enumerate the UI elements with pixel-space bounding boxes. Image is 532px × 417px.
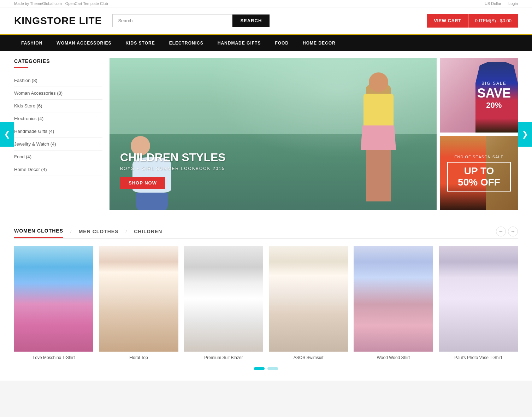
currency-selector[interactable]: US Dollar xyxy=(485,1,501,6)
tab-prev-button[interactable]: ← xyxy=(496,227,506,236)
hero-figure-girl xyxy=(348,72,408,210)
view-cart-button[interactable]: VIEW CART xyxy=(427,14,468,28)
product-image xyxy=(439,246,518,352)
sidebar: CATEGORIES Fashion (8) Woman Accessories… xyxy=(14,51,102,217)
topbar: Made by ThemeGlobal.com - OpenCart Templ… xyxy=(0,0,532,7)
sidebar-divider xyxy=(14,67,28,68)
nav-woman-accessories[interactable]: WOMAN ACCESSORIES xyxy=(49,35,118,51)
banner-bottom-offer: UP TO 50% OFF xyxy=(447,162,511,192)
dot-1[interactable] xyxy=(254,367,265,370)
nav-home-decor[interactable]: HOME DECOR xyxy=(296,35,343,51)
banner-big-sale[interactable]: BIG SALE SAVE 20% xyxy=(440,58,518,133)
product-card[interactable]: ASOS Swimsuit xyxy=(269,246,348,360)
list-item[interactable]: Jewellry & Watch (4) xyxy=(14,138,102,151)
list-item[interactable]: Woman Accessories (8) xyxy=(14,87,102,100)
product-grid: Love Moschino T-Shirt Floral Top Premium… xyxy=(14,246,518,360)
slider-right-arrow[interactable]: ❯ xyxy=(518,122,532,147)
product-card[interactable]: Paul's Photo Vase T-Shirt xyxy=(439,246,518,360)
list-item[interactable]: Handmade Gifts (4) xyxy=(14,125,102,138)
banner-top-text: BIG SALE SAVE 20% xyxy=(477,81,511,110)
category-list: Fashion (8) Woman Accessories (8) Kids S… xyxy=(14,74,102,176)
search-area: SEARCH xyxy=(112,14,416,27)
product-name: Floral Top xyxy=(99,355,178,360)
product-image xyxy=(14,246,93,352)
nav-electronics[interactable]: ELECTRONICS xyxy=(162,35,211,51)
product-card[interactable]: Wood Wood Shirt xyxy=(354,246,433,360)
product-name: ASOS Swimsuit xyxy=(269,355,348,360)
product-name: Love Moschino T-Shirt xyxy=(14,355,93,360)
banner-top-pct: 20% xyxy=(477,101,511,110)
banner-season-sale[interactable]: END OF SEASON SALE UP TO 50% OFF xyxy=(440,136,518,210)
nav-handmade-gifts[interactable]: HANDMADE GIFTS xyxy=(211,35,268,51)
product-card[interactable]: Love Moschino T-Shirt xyxy=(14,246,93,360)
product-image xyxy=(99,246,178,352)
hero-title: CHILDREN STYLES xyxy=(120,151,226,164)
products-section: WOMEN CLOTHES / MEN CLOTHES / CHILDREN ←… xyxy=(0,217,532,381)
list-item[interactable]: Fashion (8) xyxy=(14,74,102,87)
list-item[interactable]: Kids Store (6) xyxy=(14,100,102,112)
nav-fashion[interactable]: FASHION xyxy=(14,35,49,51)
list-item[interactable]: Home Decor (4) xyxy=(14,163,102,176)
hero-subtitle: BOYS + GIRL SUMMER LOOKBOOK 2015 xyxy=(120,166,226,171)
banner-bottom-text: END OF SEASON SALE UP TO 50% OFF xyxy=(447,155,511,192)
hero-banner: CHILDREN STYLES BOYS + GIRL SUMMER LOOKB… xyxy=(110,58,437,210)
banner-top-big: SAVE xyxy=(477,86,511,101)
product-image xyxy=(269,246,348,352)
topbar-left: Made by ThemeGlobal.com - OpenCart Templ… xyxy=(14,1,108,6)
main-nav: FASHION WOMAN ACCESSORIES KIDS STORE ELE… xyxy=(0,35,532,51)
dot-2[interactable] xyxy=(267,367,278,370)
tab-women-clothes[interactable]: WOMEN CLOTHES xyxy=(14,224,63,238)
logo: KINGSTORE LITE xyxy=(14,15,102,27)
product-card[interactable]: Floral Top xyxy=(99,246,178,360)
topbar-right: US Dollar Login xyxy=(485,1,518,6)
products-tabs: WOMEN CLOTHES / MEN CLOTHES / CHILDREN ←… xyxy=(14,224,518,239)
hero-area: CHILDREN STYLES BOYS + GIRL SUMMER LOOKB… xyxy=(110,51,518,217)
banner-top-label: BIG SALE xyxy=(477,81,511,86)
cart-count-button[interactable]: 0 ITEM(S) - $0.00 xyxy=(468,14,518,28)
tab-separator-1: / xyxy=(70,229,72,234)
product-image xyxy=(354,246,433,352)
product-image xyxy=(184,246,263,352)
slider-left-arrow[interactable]: ❮ xyxy=(0,122,14,147)
categories-title: CATEGORIES xyxy=(14,58,102,64)
list-item[interactable]: Electronics (4) xyxy=(14,112,102,125)
product-name: Premium Suit Blazer xyxy=(184,355,263,360)
search-input[interactable] xyxy=(112,14,232,27)
side-banners: BIG SALE SAVE 20% END OF SEASON SALE UP … xyxy=(440,58,518,210)
tab-navigation: ← → xyxy=(496,227,518,236)
product-card[interactable]: Premium Suit Blazer xyxy=(184,246,263,360)
product-name: Wood Wood Shirt xyxy=(354,355,433,360)
header: KINGSTORE LITE SEARCH VIEW CART 0 ITEM(S… xyxy=(0,7,532,35)
login-link[interactable]: Login xyxy=(508,1,518,6)
nav-food[interactable]: FOOD xyxy=(268,35,296,51)
main-content: CATEGORIES Fashion (8) Woman Accessories… xyxy=(0,51,532,217)
tab-men-clothes[interactable]: MEN CLOTHES xyxy=(79,225,119,238)
hero-text: CHILDREN STYLES BOYS + GIRL SUMMER LOOKB… xyxy=(120,151,226,189)
search-button[interactable]: SEARCH xyxy=(232,14,270,27)
tab-separator-2: / xyxy=(126,229,127,234)
pagination-dots xyxy=(14,360,518,374)
tab-next-button[interactable]: → xyxy=(508,227,518,236)
product-name: Paul's Photo Vase T-Shirt xyxy=(439,355,518,360)
list-item[interactable]: Food (4) xyxy=(14,151,102,163)
nav-kids-store[interactable]: KIDS STORE xyxy=(119,35,162,51)
cart-area: VIEW CART 0 ITEM(S) - $0.00 xyxy=(427,14,518,28)
shop-now-button[interactable]: SHOP NOW xyxy=(120,177,165,189)
banner-bottom-label: END OF SEASON SALE xyxy=(447,155,511,159)
tab-children[interactable]: CHILDREN xyxy=(134,225,162,238)
